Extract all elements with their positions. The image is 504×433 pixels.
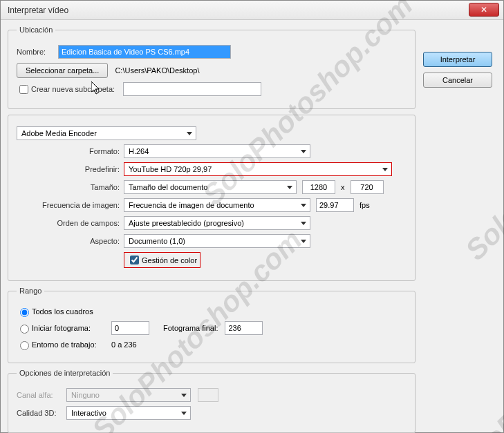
new-subfolder-input[interactable] [123, 82, 261, 96]
width-input[interactable] [302, 180, 335, 194]
folder-path: C:\Users\PAKO\Desktop\ [115, 66, 199, 75]
field-order-label: Orden de campos: [17, 219, 124, 227]
aspect-label: Aspecto: [17, 237, 124, 245]
alpha-swatch [198, 388, 218, 402]
dialog-content: Ubicación Nombre: Seleccionar carpeta...… [1, 20, 503, 432]
render-legend: Opciones de interpretación [17, 369, 113, 377]
aspect-select[interactable]: Documento (1,0) [124, 234, 310, 248]
encoder-engine-select[interactable]: Adobe Media Encoder [17, 126, 196, 140]
color-mgmt-label: Gestión de color [142, 256, 197, 264]
window-title: Interpretar vídeo [8, 6, 68, 15]
range-legend: Rango [17, 287, 44, 295]
range-workarea-radio[interactable] [20, 341, 29, 350]
name-label: Nombre: [17, 48, 58, 56]
size-x: x [341, 183, 345, 191]
new-subfolder-checkbox[interactable] [19, 85, 28, 94]
size-label: Tamaño: [17, 183, 124, 191]
render-group: Opciones de interpretación Canal alfa: N… [8, 369, 416, 433]
alpha-select: Ninguno [66, 388, 191, 402]
format-label: Formato: [17, 147, 124, 155]
close-icon: ✕ [480, 5, 487, 15]
alpha-label: Canal alfa: [17, 391, 66, 399]
range-start-input[interactable] [111, 321, 149, 335]
encoder-group: Adobe Media Encoder Formato: H.264 Prede… [8, 115, 416, 281]
color-mgmt-checkbox[interactable] [130, 256, 139, 264]
location-legend: Ubicación [17, 26, 55, 34]
titlebar: Interpretar vídeo ✕ [1, 1, 503, 20]
preset-label: Predefinir: [17, 165, 124, 173]
color-mgmt-wrap: Gestión de color [124, 252, 200, 268]
dialog-window: Interpretar vídeo ✕ Ubicación Nombre: Se… [0, 0, 504, 433]
format-select[interactable]: H.264 [124, 144, 310, 158]
quality-select[interactable]: Interactivo [66, 406, 191, 420]
range-workarea-value: 0 a 236 [111, 340, 137, 349]
close-button[interactable]: ✕ [469, 3, 499, 17]
select-folder-button[interactable]: Seleccionar carpeta... [17, 63, 108, 78]
quality-label: Calidad 3D: [17, 409, 66, 417]
range-workarea-label: Entorno de trabajo: [32, 340, 111, 349]
range-all-radio[interactable] [20, 308, 29, 317]
cancel-button[interactable]: Cancelar [423, 73, 492, 88]
fps-mode-select[interactable]: Frecuencia de imagen de documento [124, 198, 310, 212]
fps-input[interactable] [316, 198, 354, 212]
fps-label: Frecuencia de imagen: [17, 201, 124, 209]
fps-unit: fps [360, 201, 370, 209]
range-all-label: Todos los cuadros [32, 307, 93, 316]
range-end-label: Fotograma final: [163, 324, 218, 332]
range-group: Rango Todos los cuadros Iniciar fotogram… [8, 287, 416, 363]
new-subfolder-label: Crear nueva subcarpeta: [31, 85, 119, 93]
range-end-input[interactable] [225, 321, 263, 335]
range-start-radio[interactable] [20, 325, 29, 334]
range-start-label: Iniciar fotograma: [32, 324, 111, 332]
ok-button[interactable]: Interpretar [423, 52, 492, 67]
location-group: Ubicación Nombre: Seleccionar carpeta...… [8, 26, 416, 109]
field-order-select[interactable]: Ajuste preestablecido (progresivo) [124, 216, 310, 230]
dialog-actions: Interpretar Cancelar [423, 52, 492, 93]
name-input[interactable] [58, 45, 231, 59]
preset-select[interactable]: YouTube HD 720p 29,97 [124, 162, 392, 176]
height-input[interactable] [351, 180, 384, 194]
size-mode-select[interactable]: Tamaño del documento [124, 180, 297, 194]
